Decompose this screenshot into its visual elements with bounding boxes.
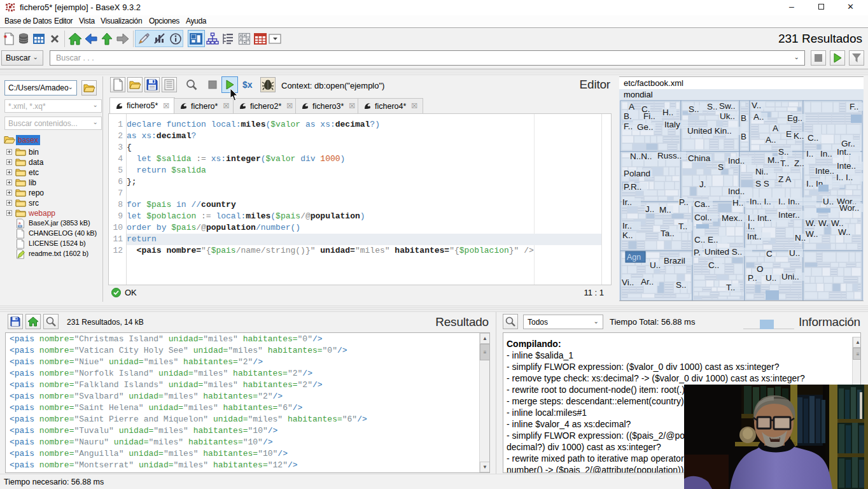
svg-text:Uni..: Uni.. <box>781 272 799 281</box>
svg-text:J..: J.. <box>645 204 654 214</box>
svg-text:S..: S.. <box>778 147 789 157</box>
svg-text:W.: W. <box>806 218 816 228</box>
svg-text:Vi..: Vi.. <box>622 278 634 287</box>
svg-text:I.. In..: I.. In.. <box>778 197 800 206</box>
svg-text:Ge..: Ge.. <box>637 122 654 132</box>
svg-text:F..: F.. <box>850 102 858 111</box>
svg-text:I.. I..: I.. I.. <box>836 173 853 182</box>
svg-text:Russ..: Russ.. <box>657 151 682 160</box>
svg-text:B.: B. <box>624 111 632 121</box>
svg-text:H..: H.. <box>662 108 673 117</box>
svg-text:H..: H.. <box>732 198 743 208</box>
svg-text:Ta..: Ta.. <box>661 229 675 238</box>
svg-text:Poland: Poland <box>624 169 650 178</box>
svg-text:Agn: Agn <box>627 253 641 262</box>
svg-text:Eg..: Eg.. <box>787 113 802 123</box>
svg-text:S S: S S <box>755 179 769 188</box>
svg-text:Inter..: Inter.. <box>778 210 800 220</box>
svg-text:Mex..: Mex.. <box>722 213 743 223</box>
svg-text:U..: U.. <box>650 260 661 270</box>
svg-text:P.R..: P.R.. <box>624 182 641 192</box>
svg-text:S..: S.. <box>676 280 687 290</box>
svg-text:C..: C.. <box>808 133 818 143</box>
svg-text:Ca..: Ca.. <box>694 199 710 209</box>
svg-text:Ni..: Ni.. <box>755 167 768 176</box>
svg-text:I..: I.. <box>748 222 755 231</box>
svg-text:P..: P.. <box>748 273 757 283</box>
svg-text:M..: M.. <box>659 205 671 215</box>
svg-text:Ir..: Ir.. <box>622 221 632 230</box>
svg-text:K..: K.. <box>794 131 804 141</box>
svg-text:U..: U.. <box>766 273 776 283</box>
svg-text:S..: S.. <box>689 104 699 114</box>
svg-text:J.: J. <box>699 180 706 189</box>
svg-text:Z..: Z.. <box>794 159 804 168</box>
svg-text:Z A: Z A <box>778 174 791 184</box>
svg-text:Wor..: Wor.. <box>839 203 859 213</box>
svg-text:S..: S.. <box>707 102 718 111</box>
svg-text:M..: M.. <box>767 155 780 165</box>
svg-text:N..N..: N..N.. <box>630 152 652 161</box>
svg-text:U..: U.. <box>789 248 800 258</box>
svg-text:S: S <box>718 162 724 172</box>
svg-text:K..: K.. <box>622 230 633 240</box>
svg-text:W..: W.. <box>806 229 818 239</box>
svg-text:C.. E..: C.. E.. <box>694 235 718 244</box>
svg-text:Int..: Int.. <box>747 232 762 241</box>
svg-text:E: E <box>786 129 792 139</box>
svg-text:A: A <box>629 102 634 111</box>
svg-text:mondial: mondial <box>624 90 653 99</box>
svg-text:Italy: Italy <box>664 120 680 129</box>
svg-text:Brazil: Brazil <box>664 256 685 266</box>
svg-text:Ind..: Ind.. <box>728 187 745 196</box>
svg-text:$x: $x <box>242 80 253 90</box>
svg-text:A..: A.. <box>753 112 764 122</box>
svg-text:B: B <box>741 132 746 141</box>
svg-text:O: O <box>757 264 764 274</box>
svg-text:Inte..: Inte.. <box>837 161 856 171</box>
svg-text:Ar..: Ar.. <box>641 277 654 287</box>
svg-text:W.: W. <box>818 218 829 228</box>
svg-text:T..: T.. <box>678 222 687 231</box>
svg-text:F..: F.. <box>624 122 633 131</box>
svg-text:V..: V.. <box>752 101 761 110</box>
svg-text:I..: I.. <box>806 149 813 159</box>
svg-text:Col..: Col.. <box>694 213 712 222</box>
svg-text:Ir..: Ir.. <box>622 197 632 207</box>
svg-text:P.: P. <box>694 248 701 257</box>
svg-text:United S..: United S.. <box>704 247 742 257</box>
svg-text:Int..: Int.. <box>837 147 851 157</box>
svg-text:Fi..: Fi.. <box>643 111 655 121</box>
svg-text:A..: A.. <box>766 135 776 145</box>
svg-text:In..: In.. <box>820 149 832 159</box>
svg-text:Inte..: Inte.. <box>815 166 834 176</box>
svg-text:P..: P.. <box>679 197 689 207</box>
svg-text:Uk..: Uk.. <box>720 111 735 121</box>
svg-text:A: A <box>773 124 778 133</box>
svg-text:United Kin..: United Kin.. <box>687 126 732 136</box>
svg-text:C..: C.. <box>708 260 719 270</box>
svg-text:etc/factbook.xml: etc/factbook.xml <box>624 78 683 88</box>
svg-text:Ind..: Ind.. <box>728 156 745 166</box>
svg-text:W..: W.. <box>838 227 851 237</box>
svg-text:China: China <box>688 153 711 163</box>
svg-text:N..: N.. <box>795 233 806 243</box>
svg-text:W..: W.. <box>831 218 844 228</box>
svg-text:C: C <box>766 249 773 259</box>
svg-text:B: B <box>741 113 746 123</box>
svg-text:T..: T.. <box>780 159 789 168</box>
svg-text:U..: U.. <box>823 197 834 206</box>
svg-text:Sw..: Sw.. <box>719 101 736 111</box>
svg-text:T..: T.. <box>726 283 735 292</box>
svg-text:In.. I..: In.. I.. <box>750 197 771 206</box>
